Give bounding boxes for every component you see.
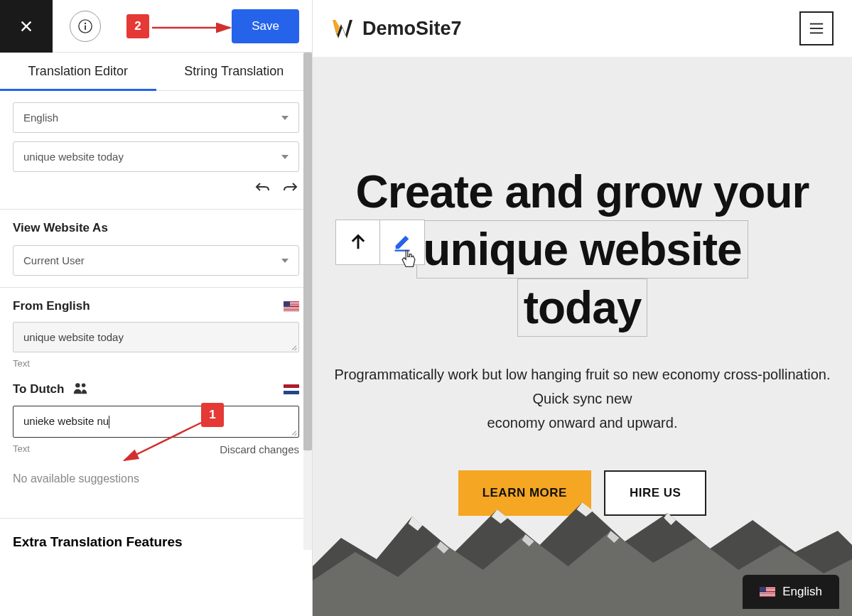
hero-line3-highlighted[interactable]: today [517,279,648,337]
flag-us-icon [284,301,299,311]
hero-section: Create and grow your unique website toda… [313,57,852,616]
scrollbar-thumb[interactable] [303,53,312,450]
svg-point-4 [82,384,86,388]
language-select[interactable]: English [13,102,299,133]
site-logo-icon [331,17,354,40]
sub-line3: economy onward and upward. [334,411,830,435]
to-text-value: unieke website nu [23,415,109,427]
flag-nl-icon [284,384,299,394]
to-meta: Text [13,443,30,455]
hamburger-menu-button[interactable] [799,11,834,45]
hero-subtitle: Programmatically work but low hanging fr… [334,362,830,435]
chevron-down-icon [281,259,289,263]
view-as-title: View Website As [13,221,299,235]
string-edit-controls [335,220,425,265]
to-text-field[interactable]: unieke website nu [13,406,299,438]
info-button[interactable] [70,11,101,42]
resize-handle-icon [289,342,297,350]
from-text-value: unique website today [23,331,124,343]
people-icon[interactable] [72,382,88,397]
view-as-select[interactable]: Current User [13,245,299,276]
resize-handle-icon [289,427,297,436]
sidebar-tabs: Translation Editor String Translation [0,53,312,91]
translation-sidebar: Save Translation Editor String Translati… [0,0,313,616]
website-preview: DemoSite7 Create and grow your unique we… [313,0,852,616]
view-as-value: Current User [23,254,85,266]
to-label: To Dutch [13,382,64,396]
string-select[interactable]: unique website today [13,141,299,172]
arrow-up-icon [348,232,368,252]
tab-translation-editor[interactable]: Translation Editor [0,53,156,90]
preview-header: DemoSite7 [313,0,852,57]
discard-changes-link[interactable]: Discard changes [220,443,299,455]
close-button[interactable] [0,0,53,53]
undo-icon[interactable] [254,180,271,198]
edit-string-button[interactable] [380,220,424,264]
close-icon [18,18,34,34]
svg-point-3 [76,383,80,387]
hero-line1: Create and grow your [356,163,809,220]
svg-point-1 [85,22,86,23]
string-select-value: unique website today [23,151,124,163]
sidebar-topbar: Save [0,0,312,53]
hero-line2-highlighted[interactable]: unique website [416,220,748,279]
save-button[interactable]: Save [232,9,299,43]
flag-us-icon [760,587,775,597]
sidebar-scrollbar[interactable] [303,53,312,550]
sub-line2: Quick sync new [334,387,830,411]
svg-rect-2 [85,25,86,29]
chevron-down-icon [281,155,289,159]
chevron-down-icon [281,116,289,120]
from-meta: Text [13,358,299,369]
prev-string-button[interactable] [336,220,380,264]
hamburger-icon [809,22,824,35]
redo-icon[interactable] [282,180,299,198]
language-switcher-label: English [782,585,822,599]
cursor-pointer-icon [399,249,419,269]
from-text-field: unique website today [13,322,299,352]
site-title: DemoSite7 [362,18,462,40]
language-switcher[interactable]: English [743,575,839,609]
from-label: From English [13,299,90,313]
tab-string-translation[interactable]: String Translation [156,53,313,90]
extras-title: Extra Translation Features [0,519,312,550]
suggestions-text: No available suggestions [13,472,299,485]
sub-line1: Programmatically work but low hanging fr… [334,362,830,387]
language-select-value: English [23,112,58,124]
info-icon [77,18,93,34]
sidebar-scroll: English unique website today View Websit… [0,91,312,616]
